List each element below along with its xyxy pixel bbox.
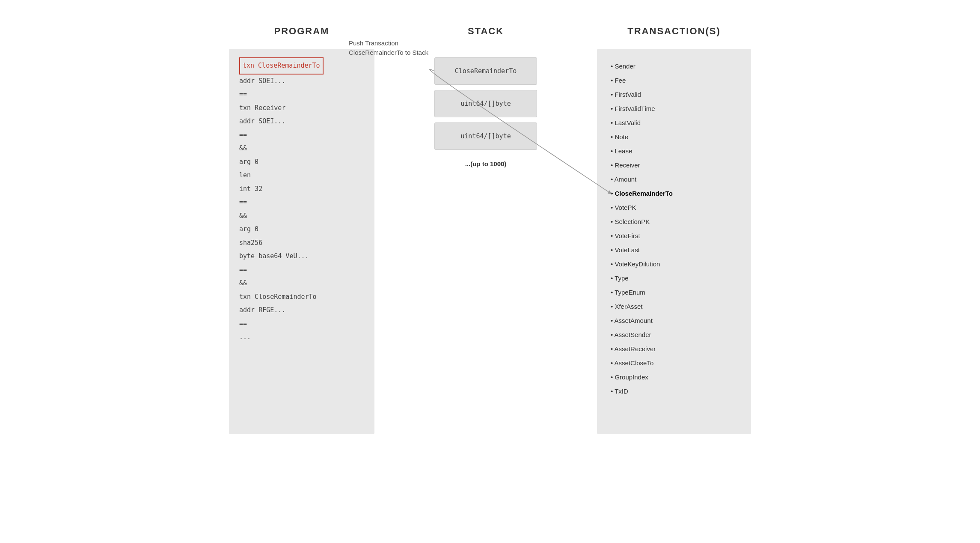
txn-item: • GroupIndex [611, 370, 737, 384]
txn-item: • FirstValidTime [611, 101, 737, 116]
transactions-title: TRANSACTION(S) [627, 26, 720, 37]
program-line: len [239, 169, 364, 182]
transactions-panel: • Sender• Fee• FirstValid• FirstValidTim… [597, 49, 751, 434]
txn-item: • TxID [611, 384, 737, 398]
txn-item: • Lease [611, 144, 737, 158]
program-line: addr RFGE... [239, 304, 364, 317]
diagram-container: PROGRAM txn CloseRemainderToaddr SOEI...… [0, 0, 980, 543]
program-line: arg 0 [239, 155, 364, 169]
txn-item: • Type [611, 271, 737, 285]
txn-item: • CloseRemainderTo [611, 186, 737, 200]
program-line: arg 0 [239, 223, 364, 236]
txn-item: • TypeEnum [611, 285, 737, 299]
program-line: == [239, 263, 364, 277]
txn-item: • XferAsset [611, 299, 737, 313]
txn-item: • FirstValid [611, 87, 737, 101]
stack-item: uint64/[]byte [434, 122, 537, 150]
txn-item: • LastValid [611, 116, 737, 130]
program-line: addr SOEI... [239, 115, 364, 128]
program-title: PROGRAM [274, 26, 330, 37]
txn-item: • VoteLast [611, 243, 737, 257]
program-line: txn Receiver [239, 101, 364, 115]
txn-item: • AssetSender [611, 328, 737, 342]
program-line: txn CloseRemainderTo [239, 57, 324, 75]
txn-item: • Receiver [611, 158, 737, 172]
program-line: sha256 [239, 236, 364, 250]
program-panel: txn CloseRemainderToaddr SOEI...==txn Re… [229, 49, 374, 434]
txn-item: • Fee [611, 73, 737, 87]
stack-ellipsis: ...(up to 1000) [465, 160, 507, 167]
program-line: int 32 [239, 182, 364, 196]
txn-item: • Sender [611, 59, 737, 73]
txn-item: • SelectionPK [611, 215, 737, 229]
program-line: && [239, 209, 364, 223]
txn-item: • VoteFirst [611, 229, 737, 243]
program-line: ... [239, 331, 364, 344]
program-line: addr SOEI... [239, 75, 364, 88]
stack-column: STACK CloseRemainderTouint64/[]byteuint6… [426, 26, 546, 186]
txn-item: • VotePK [611, 200, 737, 215]
txn-item: • AssetAmount [611, 313, 737, 328]
transactions-column: TRANSACTION(S) • Sender• Fee• FirstValid… [597, 26, 751, 434]
program-line: == [239, 128, 364, 142]
stack-title: STACK [468, 26, 504, 37]
txn-item: • Note [611, 130, 737, 144]
program-column: PROGRAM txn CloseRemainderToaddr SOEI...… [229, 26, 374, 434]
txn-item: • VoteKeyDilution [611, 257, 737, 271]
txn-item: • AssetReceiver [611, 342, 737, 356]
program-line: == [239, 196, 364, 209]
program-line: txn CloseRemainderTo [239, 290, 364, 304]
program-line: byte base64 VeU... [239, 250, 364, 263]
stack-item: uint64/[]byte [434, 90, 537, 117]
program-line: && [239, 277, 364, 290]
txn-item: • Amount [611, 172, 737, 186]
program-line: && [239, 142, 364, 155]
stack-panel: CloseRemainderTouint64/[]byteuint64/[]by… [426, 49, 546, 186]
program-line: == [239, 317, 364, 331]
txn-item: • AssetCloseTo [611, 356, 737, 370]
stack-item: CloseRemainderTo [434, 57, 537, 85]
program-line: == [239, 88, 364, 101]
